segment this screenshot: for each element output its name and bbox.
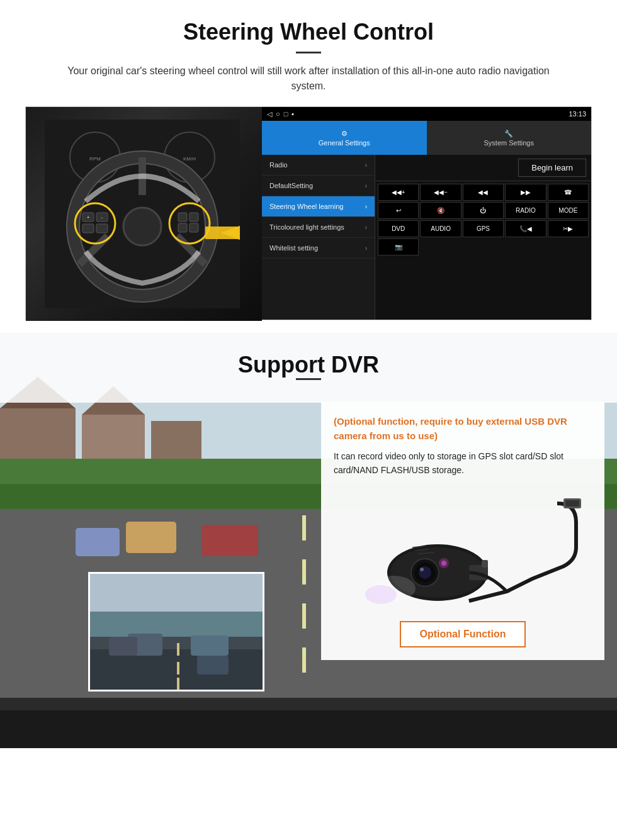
ctrl-dvd[interactable]: DVD xyxy=(378,220,419,237)
tab-system-settings[interactable]: 🔧 System Settings xyxy=(427,121,592,155)
menu-item-radio[interactable]: Radio › xyxy=(262,155,375,176)
menu-item-whitelist[interactable]: Whitelist setting › xyxy=(262,238,375,259)
svg-text:+: + xyxy=(87,215,89,220)
svg-rect-68 xyxy=(482,560,488,568)
dvr-title: Support DVR xyxy=(0,352,617,378)
dvr-info-overlay: (Optional function, require to buy exter… xyxy=(321,402,604,660)
ctrl-audio[interactable]: AUDIO xyxy=(420,220,461,237)
ctrl-vol-up[interactable]: ◀◀+ xyxy=(378,184,419,201)
dvr-description: It can record video only to storage in G… xyxy=(334,449,592,478)
ctrl-radio[interactable]: RADIO xyxy=(505,202,546,219)
dvr-thumbnail xyxy=(88,572,264,692)
svg-rect-24 xyxy=(205,227,240,239)
steering-description: Your original car's steering wheel contr… xyxy=(50,64,567,94)
svg-rect-38 xyxy=(126,522,176,553)
steering-wheel-svg: RPM KM/H + - xyxy=(45,120,240,308)
tab-general-settings[interactable]: ⚙ General Settings xyxy=(262,121,427,155)
ctrl-phone-prev[interactable]: 📞◀ xyxy=(505,220,546,237)
statusbar-time: 13:13 xyxy=(569,110,586,118)
svg-rect-53 xyxy=(197,656,229,675)
menu-list: Radio › DefaultSetting › Steering Wheel … xyxy=(262,155,375,320)
begin-learn-button[interactable]: Begin learn xyxy=(518,159,586,177)
nav-square-icon[interactable]: □ xyxy=(284,110,288,118)
android-content: Radio › DefaultSetting › Steering Wheel … xyxy=(262,155,591,320)
ctrl-next-track[interactable]: ▶▶ xyxy=(505,184,546,201)
nav-home-icon[interactable]: ○ xyxy=(276,110,280,118)
svg-point-63 xyxy=(439,558,449,568)
svg-rect-17 xyxy=(96,224,108,233)
chevron-default-icon: › xyxy=(365,182,367,189)
ctrl-prev-track[interactable]: ◀◀ xyxy=(463,184,504,201)
svg-point-61 xyxy=(420,568,424,571)
svg-rect-37 xyxy=(302,647,306,673)
gear-icon: ⚙ xyxy=(341,130,348,138)
menu-item-default[interactable]: DefaultSetting › xyxy=(262,176,375,196)
chevron-tricoloured-icon: › xyxy=(365,224,367,231)
svg-rect-47 xyxy=(177,643,179,656)
chevron-steering-icon: › xyxy=(365,203,367,210)
svg-rect-48 xyxy=(177,662,179,675)
svg-text:RPM: RPM xyxy=(89,156,101,162)
steering-photo: RPM KM/H + - xyxy=(26,107,262,321)
steering-title: Steering Wheel Control xyxy=(25,19,592,45)
steering-section: Steering Wheel Control Your original car… xyxy=(0,0,617,333)
svg-point-10 xyxy=(123,208,161,245)
svg-rect-51 xyxy=(109,637,137,656)
nav-back-icon[interactable]: ◁ xyxy=(267,110,272,118)
svg-rect-49 xyxy=(177,678,179,690)
title-divider xyxy=(296,52,321,53)
steering-demo: RPM KM/H + - xyxy=(25,106,592,320)
menu-default-label: DefaultSetting xyxy=(269,182,313,189)
svg-rect-36 xyxy=(302,603,306,629)
svg-rect-52 xyxy=(191,636,229,656)
menu-radio-label: Radio xyxy=(269,161,288,169)
dvr-divider xyxy=(296,378,321,380)
dvr-camera-image xyxy=(334,488,592,613)
control-button-grid: ◀◀+ ◀◀− ◀◀ ▶▶ ☎ ↩ 🔇 ⏻ RADIO MODE DVD AUD… xyxy=(375,181,591,258)
dvr-thumbnail-svg xyxy=(90,574,264,692)
svg-rect-34 xyxy=(302,515,306,540)
menu-item-steering-wheel[interactable]: Steering Wheel learning › xyxy=(262,196,375,217)
statusbar-nav: ◁ ○ □ ▪ xyxy=(267,110,294,118)
android-statusbar: ◁ ○ □ ▪ 13:13 xyxy=(262,107,591,121)
svg-rect-16 xyxy=(82,224,94,233)
menu-whitelist-label: Whitelist setting xyxy=(269,244,318,252)
svg-text:KM/H: KM/H xyxy=(183,156,196,162)
svg-rect-20 xyxy=(190,213,198,221)
tab-system-label: System Settings xyxy=(484,139,534,147)
optional-function-button[interactable]: Optional Function xyxy=(400,621,526,647)
svg-rect-55 xyxy=(565,500,579,507)
ctrl-cut-next[interactable]: ✂▶ xyxy=(548,220,589,237)
android-tabs: ⚙ General Settings 🔧 System Settings xyxy=(262,121,591,155)
chevron-radio-icon: › xyxy=(365,162,367,169)
android-screen: ◁ ○ □ ▪ 13:13 ⚙ General Settings 🔧 Syste… xyxy=(262,107,591,320)
menu-steering-label: Steering Wheel learning xyxy=(269,203,343,210)
ctrl-vol-down[interactable]: ◀◀− xyxy=(420,184,461,201)
ctrl-phone[interactable]: ☎ xyxy=(548,184,589,201)
menu-tricoloured-label: Tricoloured light settings xyxy=(269,223,344,231)
ctrl-power[interactable]: ⏻ xyxy=(463,202,504,219)
ctrl-back[interactable]: ↩ xyxy=(378,202,419,219)
svg-point-70 xyxy=(365,585,397,604)
begin-learn-row: Begin learn xyxy=(375,155,591,181)
dvr-optional-heading: (Optional function, require to buy exter… xyxy=(334,415,592,443)
svg-rect-35 xyxy=(302,559,306,585)
control-panel: Begin learn ◀◀+ ◀◀− ◀◀ ▶▶ ☎ ↩ 🔇 ⏻ RADIO … xyxy=(375,155,591,320)
system-icon: 🔧 xyxy=(504,130,513,138)
svg-rect-42 xyxy=(0,710,617,748)
ctrl-camera[interactable]: 📷 xyxy=(378,238,419,255)
svg-rect-40 xyxy=(201,525,258,556)
menu-item-tricoloured[interactable]: Tricoloured light settings › xyxy=(262,217,375,238)
ctrl-mute[interactable]: 🔇 xyxy=(420,202,461,219)
dvr-section: Support DVR (Optional function, require … xyxy=(0,333,617,748)
dvr-title-area: Support DVR xyxy=(0,333,617,403)
svg-rect-21 xyxy=(178,223,187,232)
nav-dot-icon: ▪ xyxy=(292,110,294,118)
svg-rect-22 xyxy=(190,223,198,232)
chevron-whitelist-icon: › xyxy=(365,245,367,252)
ctrl-mode[interactable]: MODE xyxy=(548,202,589,219)
dvr-camera-svg xyxy=(343,491,582,610)
svg-rect-19 xyxy=(178,213,187,221)
ctrl-gps[interactable]: GPS xyxy=(463,220,504,237)
tab-general-label: General Settings xyxy=(319,139,370,147)
